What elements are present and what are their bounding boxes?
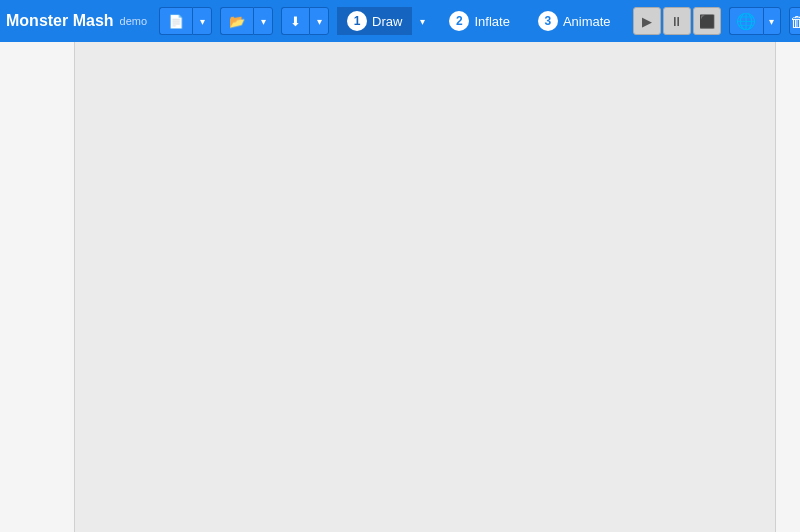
animate-step-label: Animate (563, 14, 611, 29)
app-title: Monster Mash (6, 12, 114, 30)
inflate-step-button[interactable]: 2 Inflate (439, 7, 519, 35)
draw-step-number: 1 (347, 11, 367, 31)
draw-step-wrapper: 1 Draw ▾ (337, 7, 431, 35)
open-dropdown-arrow-icon: ▾ (261, 16, 266, 27)
save-icon: ⬇ (290, 14, 301, 29)
language-dropdown-arrow-icon: ▾ (769, 16, 774, 27)
new-button[interactable]: 📄 (159, 7, 192, 35)
new-icon: 📄 (168, 14, 184, 29)
trash-icon: 🗑 (790, 13, 800, 30)
save-dropdown-arrow-icon: ▾ (317, 16, 322, 27)
play-button[interactable]: ▶ (633, 7, 661, 35)
draw-step-button[interactable]: 1 Draw (337, 7, 412, 35)
save-dropdown-button[interactable]: ▾ (309, 7, 329, 35)
save-button[interactable]: ⬇ (281, 7, 309, 35)
save-button-group: ⬇ ▾ (281, 7, 329, 35)
open-icon: 📂 (229, 14, 245, 29)
open-button-group: 📂 ▾ (220, 7, 273, 35)
language-button[interactable]: 🌐 (729, 7, 763, 35)
main-area (0, 42, 800, 532)
open-button[interactable]: 📂 (220, 7, 253, 35)
draw-step-label: Draw (372, 14, 402, 29)
globe-icon: 🌐 (736, 12, 756, 31)
canvas-area[interactable] (75, 42, 775, 532)
new-dropdown-arrow-icon: ▾ (200, 16, 205, 27)
inflate-step-number: 2 (449, 11, 469, 31)
draw-dropdown-arrow-icon: ▾ (420, 16, 425, 27)
language-dropdown-button[interactable]: ▾ (763, 7, 781, 35)
trash-button[interactable]: 🗑 (789, 7, 800, 35)
inflate-step-wrapper: 2 Inflate (439, 7, 519, 35)
new-button-group: 📄 ▾ (159, 7, 212, 35)
pause-icon: ⏸ (670, 14, 683, 29)
playback-controls: ▶ ⏸ ⬛ (633, 7, 721, 35)
stop-button[interactable]: ⬛ (693, 7, 721, 35)
open-dropdown-button[interactable]: ▾ (253, 7, 273, 35)
language-button-group: 🌐 ▾ (729, 7, 781, 35)
left-panel (0, 42, 75, 532)
animate-step-wrapper: 3 Animate (528, 7, 621, 35)
animate-step-number: 3 (538, 11, 558, 31)
toolbar: Monster Mash demo 📄 ▾ 📂 ▾ ⬇ ▾ 1 Draw (0, 0, 800, 42)
animate-step-button[interactable]: 3 Animate (528, 7, 621, 35)
draw-step-dropdown[interactable]: ▾ (413, 7, 431, 35)
pause-button[interactable]: ⏸ (663, 7, 691, 35)
stop-icon: ⬛ (699, 14, 715, 29)
inflate-step-label: Inflate (474, 14, 509, 29)
app-demo-label: demo (120, 15, 148, 27)
right-panel (775, 42, 800, 532)
play-icon: ▶ (642, 14, 652, 29)
new-dropdown-button[interactable]: ▾ (192, 7, 212, 35)
